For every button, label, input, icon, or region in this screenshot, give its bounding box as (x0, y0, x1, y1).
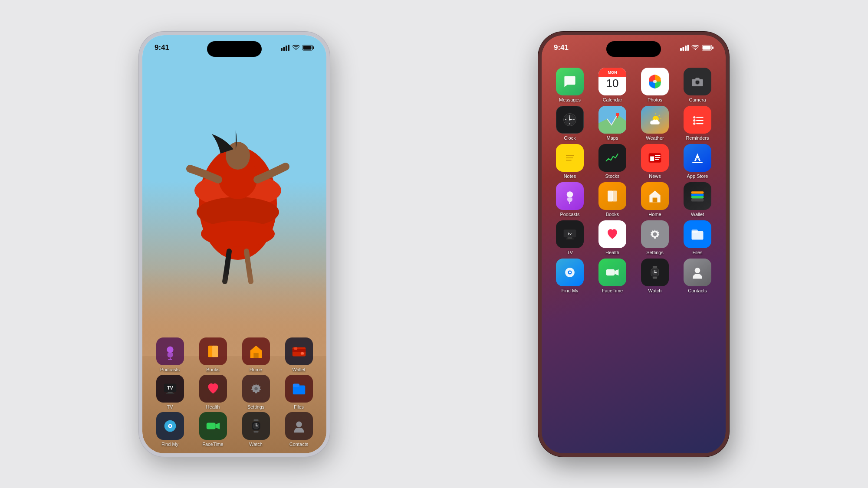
right-app-camera[interactable]: Camera (678, 68, 717, 102)
right-app-podcasts[interactable]: Podcasts (551, 182, 589, 217)
left-health-icon (199, 375, 227, 403)
contacts-svg (291, 418, 307, 434)
svg-rect-50 (703, 46, 711, 49)
findmy-svg (162, 418, 178, 434)
left-contacts-label: Contacts (289, 442, 308, 447)
svg-rect-27 (166, 393, 174, 394)
right-findmy-icon (556, 259, 584, 286)
svg-rect-94 (691, 196, 704, 198)
svg-rect-3 (288, 45, 290, 51)
right-battery-icon (702, 45, 713, 51)
right-calendar-label: Calendar (603, 97, 622, 102)
right-news-icon (641, 144, 669, 172)
right-facetime-icon (598, 259, 626, 286)
right-tv-icon: tv (556, 220, 584, 248)
right-time: 9:41 (554, 43, 569, 52)
right-app-reminders[interactable]: Reminders (678, 106, 717, 141)
right-podcasts-icon (556, 182, 584, 210)
right-app-calendar[interactable]: MON 10 Calendar (593, 68, 631, 102)
right-app-files[interactable]: Files (678, 220, 717, 255)
svg-point-11 (201, 221, 275, 247)
left-app-home[interactable]: Home (237, 337, 275, 372)
right-row-5: tv TV Health (549, 220, 719, 255)
svg-point-101 (653, 232, 657, 236)
right-app-books[interactable]: Books (593, 182, 631, 217)
svg-line-70 (659, 115, 660, 116)
right-wallet-icon (684, 182, 711, 210)
right-app-watch[interactable]: Watch (636, 259, 674, 293)
left-home-label: Home (250, 367, 262, 372)
left-podcasts-label: Podcasts (160, 367, 180, 372)
right-home-label: Home (648, 212, 661, 217)
right-app-photos[interactable]: Photos (636, 68, 674, 102)
svg-point-115 (654, 272, 656, 273)
left-app-health[interactable]: Health (194, 375, 232, 409)
right-app-maps[interactable]: Maps (593, 106, 631, 141)
wallet-svg (291, 343, 307, 360)
svg-marker-108 (615, 269, 618, 275)
left-app-wallet[interactable]: Wallet (280, 337, 318, 372)
svg-rect-26 (168, 392, 172, 393)
left-books-icon (199, 337, 227, 365)
right-wallet-label: Wallet (691, 212, 704, 217)
right-files-label: Files (692, 250, 702, 255)
svg-rect-19 (253, 353, 258, 357)
left-watch-label: Watch (249, 442, 263, 447)
left-app-row-2: TV TV He (148, 375, 320, 409)
left-apps-container: Podcasts Books (142, 337, 326, 447)
svg-rect-35 (206, 422, 215, 429)
right-photos-icon (641, 68, 669, 95)
left-app-books[interactable]: Books (194, 337, 232, 372)
left-app-settings[interactable]: Settings (237, 375, 275, 409)
svg-rect-38 (253, 431, 258, 432)
right-clock-label: Clock (564, 135, 576, 141)
left-app-facetime[interactable]: FaceTime (194, 412, 232, 447)
right-maps-label: Maps (607, 135, 618, 141)
right-row-3: Notes Stocks (549, 144, 719, 179)
right-books-icon (598, 182, 626, 210)
right-app-messages[interactable]: Messages (551, 68, 589, 102)
svg-rect-37 (253, 419, 258, 421)
right-messages-label: Messages (559, 97, 581, 102)
left-app-tv[interactable]: TV TV (151, 375, 189, 409)
right-app-news[interactable]: News (636, 144, 674, 179)
right-app-facetime[interactable]: FaceTime (593, 259, 631, 293)
left-app-findmy[interactable]: Find My (151, 412, 189, 447)
books-svg (205, 343, 221, 360)
left-books-label: Books (206, 367, 220, 372)
svg-point-106 (569, 271, 571, 273)
right-app-wallet[interactable]: Wallet (678, 182, 717, 217)
svg-rect-103 (692, 229, 698, 233)
scene: 9:41 (0, 0, 868, 488)
right-findmy-label: Find My (561, 288, 578, 293)
svg-point-72 (693, 116, 695, 118)
left-findmy-label: Find My (161, 442, 178, 447)
right-row-1: Messages MON 10 Calendar (549, 68, 719, 102)
right-settings-icon (641, 220, 669, 248)
right-app-appstore[interactable]: App Store (678, 144, 717, 179)
right-app-tv[interactable]: tv TV (551, 220, 589, 255)
right-app-clock[interactable]: Clock (551, 106, 589, 141)
left-facetime-label: FaceTime (202, 442, 224, 447)
left-app-watch[interactable]: Watch (237, 412, 275, 447)
watch-svg (248, 418, 264, 434)
right-app-findmy[interactable]: Find My (551, 259, 589, 293)
right-app-stocks[interactable]: Stocks (593, 144, 631, 179)
svg-point-116 (695, 268, 700, 273)
left-app-contacts[interactable]: Contacts (280, 412, 318, 447)
tv-svg: TV (162, 380, 178, 397)
svg-rect-1 (283, 47, 285, 51)
svg-rect-31 (293, 383, 299, 387)
right-app-notes[interactable]: Notes (551, 144, 589, 179)
right-appstore-icon (684, 144, 711, 172)
right-app-contacts[interactable]: Contacts (678, 259, 717, 293)
left-app-files[interactable]: Files (280, 375, 318, 409)
svg-rect-100 (566, 238, 574, 239)
right-app-home[interactable]: Home (636, 182, 674, 217)
right-app-settings[interactable]: Settings (636, 220, 674, 255)
right-stocks-label: Stocks (605, 174, 619, 179)
home-svg (248, 343, 264, 360)
right-app-health[interactable]: Health (593, 220, 631, 255)
left-app-podcasts[interactable]: Podcasts (151, 337, 189, 372)
right-app-weather[interactable]: Weather (636, 106, 674, 141)
